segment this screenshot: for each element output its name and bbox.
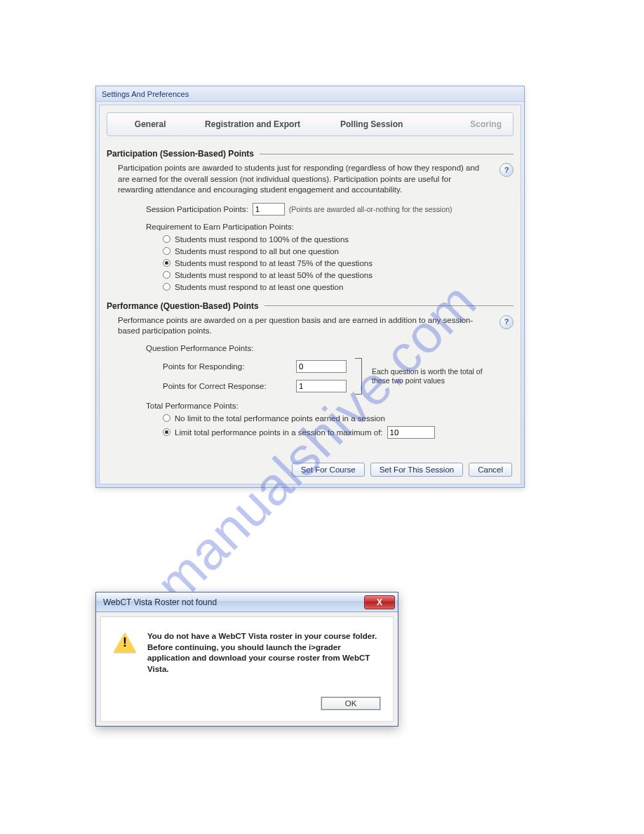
radio-label: Students must respond to at least one qu…	[175, 283, 343, 291]
radio-label: Students must respond to 100% of the que…	[175, 235, 349, 244]
bracket-note: Each question is worth the total of thes…	[372, 367, 484, 385]
alert-title: WebCT Vista Roster not found	[103, 597, 217, 607]
close-button[interactable]: X	[364, 595, 395, 609]
session-points-row: Session Participation Points: (Points ar…	[146, 203, 514, 216]
radio-icon	[163, 271, 170, 279]
divider	[260, 154, 514, 154]
set-for-course-button[interactable]: Set For Course	[292, 463, 365, 477]
help-icon[interactable]: ?	[499, 163, 514, 177]
participation-option-2[interactable]: Students must respond to at least 75% of…	[163, 259, 514, 267]
radio-icon	[163, 259, 170, 267]
participation-description: Participation points are awarded to stud…	[118, 164, 479, 194]
performance-header: Performance (Question-Based) Points	[107, 301, 514, 311]
warning-icon: !	[114, 631, 136, 654]
session-points-label: Session Participation Points:	[146, 205, 248, 213]
tab-general[interactable]: General	[107, 119, 193, 129]
settings-titlebar: Settings And Preferences	[96, 86, 524, 102]
responding-label: Points for Responding:	[163, 357, 289, 376]
alert-message: You do not have a WebCT Vista roster in …	[147, 631, 380, 675]
participation-desc-wrap: Participation points are awarded to stud…	[107, 163, 514, 203]
radio-label: No limit to the total performance points…	[175, 414, 385, 423]
tab-bar: General Registration and Export Polling …	[107, 112, 514, 136]
performance-title: Performance (Question-Based) Points	[107, 301, 259, 311]
alert-titlebar: WebCT Vista Roster not found X	[96, 593, 398, 612]
tab-scoring[interactable]: Scoring	[431, 119, 513, 129]
total-option-limit[interactable]: Limit total performance points in a sess…	[163, 426, 514, 439]
radio-label: Limit total performance points in a sess…	[175, 428, 383, 437]
performance-description: Performance points are awarded on a per …	[118, 316, 473, 336]
participation-header: Participation (Session-Based) Points	[107, 149, 514, 159]
participation-title: Participation (Session-Based) Points	[107, 149, 254, 159]
settings-window: Settings And Preferences General Registr…	[95, 86, 525, 488]
tab-polling[interactable]: Polling Session	[312, 119, 431, 129]
settings-body: General Registration and Export Polling …	[99, 105, 521, 484]
alert-buttons: OK	[114, 697, 380, 710]
participation-option-4[interactable]: Students must respond to at least one qu…	[163, 283, 514, 291]
divider	[264, 305, 514, 306]
session-points-input[interactable]	[253, 203, 285, 216]
radio-label: Students must respond to at least 75% of…	[175, 259, 373, 267]
participation-option-0[interactable]: Students must respond to 100% of the que…	[163, 235, 514, 244]
radio-icon	[163, 428, 170, 436]
radio-label: Students must respond to at least 50% of…	[175, 271, 373, 279]
performance-desc-wrap: Performance points are awarded on a per …	[107, 315, 514, 344]
ok-button[interactable]: OK	[321, 697, 380, 710]
participation-option-3[interactable]: Students must respond to at least 50% of…	[163, 271, 514, 279]
tab-registration[interactable]: Registration and Export	[193, 119, 312, 129]
total-option-nolimit[interactable]: No limit to the total performance points…	[163, 414, 514, 423]
responding-input[interactable]	[296, 360, 347, 373]
alert-window: WebCT Vista Roster not found X ! You do …	[95, 592, 398, 727]
radio-icon	[163, 247, 170, 255]
radio-icon	[163, 235, 170, 243]
correct-label: Points for Correct Response:	[163, 376, 289, 396]
cancel-button[interactable]: Cancel	[469, 463, 512, 477]
qpp-label: Question Performance Points:	[146, 344, 514, 352]
session-points-note: (Points are awarded all-or-nothing for t…	[289, 205, 452, 213]
settings-title: Settings And Preferences	[102, 90, 189, 98]
radio-label: Students must respond to all but one que…	[175, 247, 339, 256]
button-bar: Set For Course Set For This Session Canc…	[107, 463, 514, 477]
close-icon: X	[377, 597, 382, 607]
alert-body: ! You do not have a WebCT Vista roster i…	[100, 616, 394, 722]
radio-icon	[163, 283, 170, 291]
total-perf-label: Total Performance Points:	[146, 402, 514, 410]
help-icon[interactable]: ?	[499, 315, 514, 329]
set-for-session-button[interactable]: Set For This Session	[370, 463, 464, 477]
alert-content: ! You do not have a WebCT Vista roster i…	[114, 631, 380, 675]
radio-icon	[163, 414, 170, 422]
limit-input[interactable]	[387, 426, 435, 439]
requirement-label: Requirement to Earn Participation Points…	[146, 223, 514, 231]
participation-option-1[interactable]: Students must respond to all but one que…	[163, 247, 514, 256]
perf-points-grid: Points for Responding: Points for Correc…	[163, 357, 514, 396]
bracket-icon	[355, 358, 362, 395]
correct-input[interactable]	[296, 380, 347, 392]
